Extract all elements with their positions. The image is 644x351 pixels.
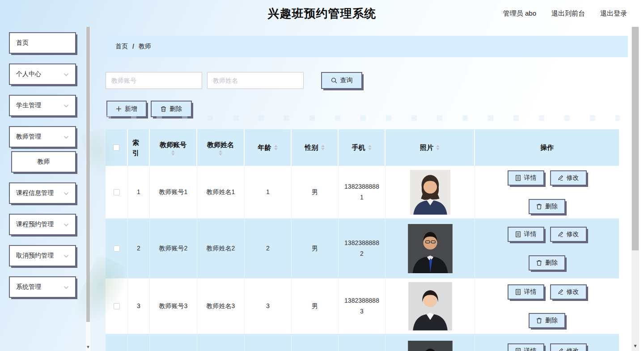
top-header: 兴趣班预约管理系统 管理员 abo 退出到前台 退出登录 [0,0,644,27]
chevron-down-icon [64,71,69,78]
logout-link[interactable]: 退出登录 [600,9,627,18]
row-delete-button[interactable]: 删除 [529,199,565,214]
toolbar: 新增 删除 [106,101,644,117]
document-icon [515,348,521,351]
sidebar-item-personal-center[interactable]: 个人中心 [9,63,76,85]
breadcrumb-current: 教师 [139,42,151,51]
sidebar-item-course-info-mgmt[interactable]: 课程信息管理 [9,182,76,204]
cell-gender: 男 [292,166,339,219]
cell-gender: 男 [292,219,339,279]
sidebar-item-system-mgmt[interactable]: 系统管理 [9,276,76,298]
cell-actions: 详情 修改 删除 [475,166,619,219]
header-phone[interactable]: 手机 [339,129,386,166]
teacher-name-input[interactable] [207,72,304,89]
sidebar-item-label: 教师 [38,158,50,166]
edit-button[interactable]: 修改 [550,343,587,351]
cell-name: 教师姓名3 [197,279,245,334]
edit-button[interactable]: 修改 [550,170,587,186]
header-gender[interactable]: 性别 [292,129,339,166]
page-scrollbar[interactable]: ▼ [631,27,639,351]
admin-user-link[interactable]: 管理员 abo [503,9,536,18]
cell-index: 2 [128,219,150,279]
sidebar-item-student-mgmt[interactable]: 学生管理 [9,95,76,116]
cell-actions: 详情 修改 删除 [475,219,619,279]
breadcrumb-home[interactable]: 首页 [115,42,128,51]
cell-index: 3 [128,279,150,334]
chevron-down-icon [64,283,69,291]
table-header-row: 索引 教师账号 教师姓名 年龄 性别 [106,129,619,166]
cell-actions: 详情 修改 删除 [475,279,619,334]
cell-gender: 男 [292,279,339,334]
teacher-account-input[interactable] [106,72,202,89]
header-age[interactable]: 年龄 [245,129,292,166]
sidebar-item-label: 课程预约管理 [16,220,54,228]
add-button-label: 新增 [125,105,137,113]
sidebar-scrollbar[interactable]: ▼ [86,27,90,351]
sort-icon[interactable] [171,150,175,156]
cell-account [150,334,197,351]
sort-icon[interactable] [274,145,278,150]
row-checkbox[interactable] [114,303,120,309]
select-all-checkbox[interactable] [113,144,119,151]
document-icon [515,289,521,295]
delete-button-label: 删除 [169,105,182,113]
row-checkbox[interactable] [114,189,120,195]
sidebar-item-cancel-booking-mgmt[interactable]: 取消预约管理 [9,245,76,266]
cell-name: 教师姓名1 [197,166,245,219]
query-button-label: 查询 [340,76,353,85]
row-delete-button[interactable]: 删除 [529,313,565,328]
cell-account: 教师账号1 [150,166,197,219]
top-nav: 管理员 abo 退出到前台 退出登录 [503,9,627,18]
sidebar-item-home[interactable]: 首页 [9,32,76,54]
detail-button[interactable]: 详情 [508,227,544,242]
detail-button[interactable]: 详情 [508,170,544,186]
row-checkbox[interactable] [114,245,120,252]
cell-account: 教师账号3 [150,279,197,334]
cell-photo [386,166,475,219]
edit-button[interactable]: 修改 [550,227,587,242]
sort-icon[interactable] [436,145,440,150]
scroll-down-arrow-icon[interactable]: ▼ [86,345,90,349]
detail-button[interactable]: 详情 [508,284,544,300]
page-scrollbar-thumb[interactable] [632,27,639,250]
edit-button[interactable]: 修改 [550,284,587,300]
sidebar-item-teacher-mgmt[interactable]: 教师管理 [9,126,76,148]
header-photo[interactable]: 照片 [386,129,475,166]
pen-icon [558,289,564,295]
sort-icon[interactable] [368,145,372,150]
sidebar-item-teacher[interactable]: 教师 [11,151,76,173]
header-name[interactable]: 教师姓名 [197,129,245,166]
sidebar-scrollbar-thumb[interactable] [86,27,90,322]
sort-icon[interactable] [321,145,325,150]
trash-icon [161,106,166,112]
sidebar: 首页 个人中心 学生管理 教师管理 教师 课程信息管理 [0,27,90,351]
cell-photo [386,219,475,279]
scroll-down-arrow-icon[interactable]: ▼ [631,343,639,348]
cell-age: 3 [245,279,292,334]
cell-photo [386,279,475,334]
sort-icon[interactable] [219,150,222,156]
sidebar-item-course-booking-mgmt[interactable]: 课程预约管理 [9,214,76,235]
pen-icon [558,231,564,237]
row-delete-button[interactable]: 删除 [529,255,565,271]
add-button[interactable]: 新增 [106,101,147,117]
document-icon [515,231,521,237]
search-row: 查询 [106,72,644,89]
trash-icon [536,317,542,324]
detail-button[interactable]: 详情 [508,343,544,351]
chevron-down-icon [64,102,69,109]
exit-to-front-link[interactable]: 退出到前台 [551,9,585,18]
query-button[interactable]: 查询 [321,72,362,89]
select-all-cell [106,129,128,166]
cell-age: 1 [245,166,292,219]
breadcrumb-separator: / [132,43,134,50]
delete-button[interactable]: 删除 [151,101,192,117]
teacher-photo [408,282,453,330]
cell-photo [386,334,475,351]
table-row: 2 教师账号2 教师姓名2 2 男 13823888882 [106,219,619,279]
pen-icon [558,175,564,181]
table-row: 1 教师账号1 教师姓名1 1 男 13823888881 [106,166,619,219]
table-row: 3 教师账号3 教师姓名3 3 男 13823888883 [106,279,619,334]
header-account[interactable]: 教师账号 [150,129,197,166]
cell-phone [339,334,386,351]
